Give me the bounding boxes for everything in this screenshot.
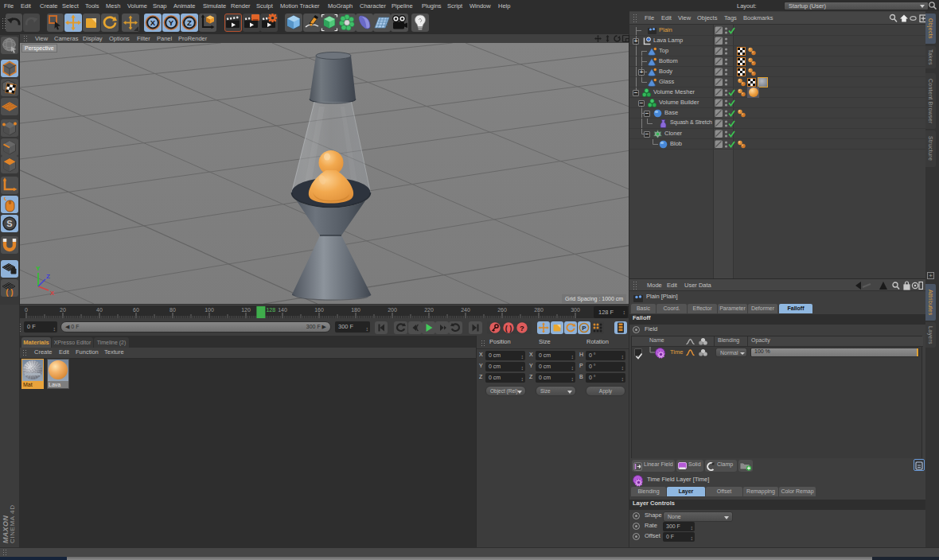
svg-text:160: 160 <box>314 307 324 313</box>
svg-text:300: 300 <box>571 307 580 313</box>
svg-text:128: 128 <box>266 307 275 313</box>
svg-text:?: ? <box>520 324 524 332</box>
svg-text:80: 80 <box>169 307 176 313</box>
svg-text:40: 40 <box>96 307 103 313</box>
svg-text:0: 0 <box>25 307 28 313</box>
svg-text:P: P <box>582 325 586 332</box>
svg-text:140: 140 <box>278 307 287 313</box>
svg-text:X: X <box>150 18 156 27</box>
svg-text:260: 260 <box>497 307 507 313</box>
svg-text:60: 60 <box>133 307 139 313</box>
svg-text:220: 220 <box>424 307 434 313</box>
svg-text:180: 180 <box>351 307 360 313</box>
svg-text:120: 120 <box>241 307 251 313</box>
svg-text:240: 240 <box>461 307 470 313</box>
svg-text:Y: Y <box>36 265 41 272</box>
svg-text:X: X <box>50 290 55 297</box>
svg-text:Y: Y <box>169 18 174 27</box>
svg-text:S: S <box>6 219 12 228</box>
svg-text:100: 100 <box>205 307 214 313</box>
svg-text:Z: Z <box>46 273 50 280</box>
svg-text:( ): ( ) <box>6 288 13 297</box>
svg-text:280: 280 <box>534 307 544 313</box>
svg-text:Z: Z <box>187 18 192 27</box>
svg-text:( ): ( ) <box>505 325 512 332</box>
svg-text:200: 200 <box>388 307 397 313</box>
svg-text:20: 20 <box>60 307 66 313</box>
